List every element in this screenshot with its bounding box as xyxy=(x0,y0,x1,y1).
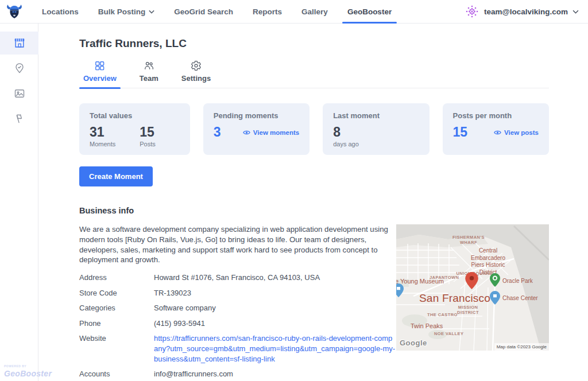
stats-row: Total values 31 Moments 15 Posts Pending… xyxy=(79,103,549,155)
eye-icon xyxy=(494,130,501,135)
create-moment-button[interactable]: Create Moment xyxy=(79,166,153,186)
tab-overview[interactable]: Overview xyxy=(79,59,121,88)
map-label-oracle-park: Oracle Park xyxy=(502,278,533,285)
moments-count: 31 Moments xyxy=(90,125,115,147)
card-last-moment: Last moment 8 days ago xyxy=(323,103,429,155)
flag-icon xyxy=(14,113,25,125)
field-categories: Categories Software company xyxy=(79,303,396,313)
business-location-map[interactable]: FISHERMAN'S WHARF Central Embarcadero Pi… xyxy=(396,224,549,351)
gallery-icon xyxy=(14,88,25,99)
page-title: Traffic Runners, LLC xyxy=(79,37,549,50)
geobooster-brand: GeoBooster xyxy=(4,369,52,378)
tab-team[interactable]: Team xyxy=(136,59,163,88)
card-posts-per-month: Posts per month 15 View posts xyxy=(443,103,549,155)
business-info-section: Business info We are a software developm… xyxy=(79,206,549,381)
card-pending-moments: Pending moments 3 View moments xyxy=(203,103,310,155)
business-description: We are a software development company sp… xyxy=(79,224,396,265)
chevron-down-icon xyxy=(149,10,154,14)
user-menu[interactable]: team@localviking.com xyxy=(465,4,579,19)
map-marker-red xyxy=(465,272,478,289)
map-label-fishermans-wharf: FISHERMAN'S WHARF xyxy=(449,235,488,246)
tab-bar: Overview Team Settings xyxy=(79,59,549,88)
nav-item-gallery[interactable]: Gallery xyxy=(292,0,338,24)
field-phone: Phone (415) 993-5941 xyxy=(79,318,396,329)
main-menu: Locations Bulk Posting GeoGrid Search Re… xyxy=(32,0,401,24)
field-store-code: Store Code TR-139023 xyxy=(79,288,396,298)
grid-icon xyxy=(94,60,105,71)
map-label-san-francisco: San Francisco xyxy=(419,291,490,305)
sidebar-item-geogrid[interactable] xyxy=(0,57,38,80)
google-logo: Google xyxy=(400,339,427,347)
map-pin-chase-center xyxy=(490,291,500,305)
map-label-mission-district: MISSION DISTRICT xyxy=(454,305,482,316)
tab-settings[interactable]: Settings xyxy=(177,59,215,88)
powered-by-label: POWERED BY xyxy=(4,365,52,368)
geobooster-watermark: POWERED BY GeoBooster xyxy=(4,365,52,378)
posts-month-count: 15 xyxy=(453,125,468,139)
map-label-noe-valley: NOE VALLEY xyxy=(434,331,463,336)
team-icon xyxy=(144,60,154,71)
pending-count: 3 xyxy=(214,125,221,139)
nav-item-bulk-posting[interactable]: Bulk Posting xyxy=(88,0,165,24)
nav-item-locations[interactable]: Locations xyxy=(32,0,88,24)
sidebar-item-reports[interactable] xyxy=(0,107,38,130)
main-content: Traffic Runners, LLC Overview Team Sett xyxy=(38,24,588,381)
local-viking-logo[interactable] xyxy=(6,3,23,20)
avatar xyxy=(465,4,479,19)
location-check-icon xyxy=(14,63,25,74)
map-attribution: Map data ©2023 Google xyxy=(494,343,549,351)
website-link[interactable]: https://trafficrunners.com/san-francisco… xyxy=(154,334,395,363)
map-label-chase-center: Chase Center xyxy=(502,295,538,302)
user-email: team@localviking.com xyxy=(484,7,568,16)
storefront-icon xyxy=(13,37,26,49)
map-pin-de-young-museum xyxy=(396,283,404,297)
view-moments-link[interactable]: View moments xyxy=(243,129,299,136)
sidebar-item-locations[interactable] xyxy=(0,32,38,55)
map-label-the-castro: THE CASTRO xyxy=(427,312,458,317)
business-fields: Address Howard St #1076, San Francisco, … xyxy=(79,273,396,379)
business-info-heading: Business info xyxy=(79,206,549,215)
field-website: Website https://trafficrunners.com/san-f… xyxy=(79,333,396,364)
map-label-twin-peaks: Twin Peaks xyxy=(411,322,443,331)
card-total-values: Total values 31 Moments 15 Posts xyxy=(79,103,190,155)
eye-icon xyxy=(243,130,250,135)
icon-sidebar xyxy=(0,24,38,381)
map-pin-oracle-park xyxy=(490,273,500,287)
business-details: We are a software development company sp… xyxy=(79,224,396,381)
field-address: Address Howard St #1076, San Francisco, … xyxy=(79,273,396,283)
nav-item-reports[interactable]: Reports xyxy=(243,0,292,24)
top-navigation: Locations Bulk Posting GeoGrid Search Re… xyxy=(0,0,588,24)
posts-count: 15 Posts xyxy=(140,125,156,147)
view-posts-link[interactable]: View posts xyxy=(494,129,539,136)
nav-item-geogrid-search[interactable]: GeoGrid Search xyxy=(164,0,243,24)
chevron-down-icon[interactable] xyxy=(572,10,579,14)
nav-item-geobooster[interactable]: GeoBooster xyxy=(338,0,401,24)
gear-icon xyxy=(191,60,202,71)
viking-icon xyxy=(6,3,23,20)
last-moment-count: 8 days ago xyxy=(333,125,359,147)
sidebar-item-gallery[interactable] xyxy=(0,82,38,105)
field-accounts: Accounts info@trafficrunners.com xyxy=(79,369,396,379)
